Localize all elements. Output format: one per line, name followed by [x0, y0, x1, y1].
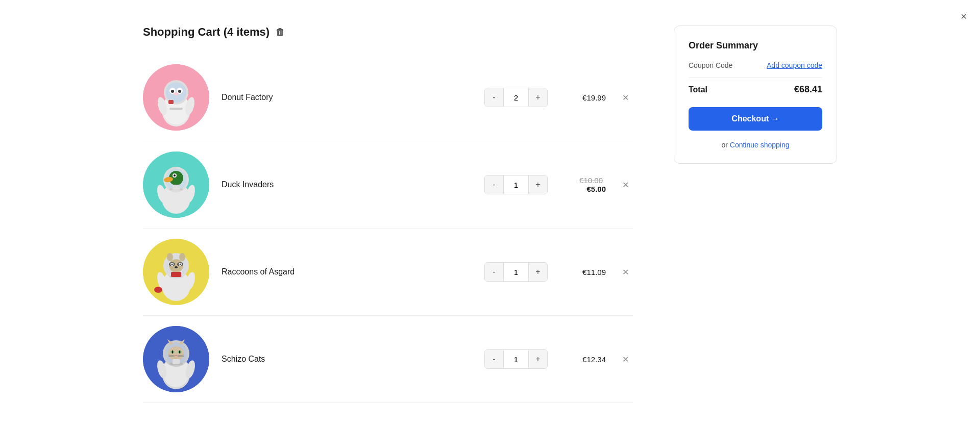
- item-price-schizo-cats: €12.34: [560, 355, 606, 364]
- coupon-label: Coupon Code: [689, 61, 732, 69]
- clear-cart-button[interactable]: 🗑: [276, 27, 285, 38]
- item-sale-price-duck-invaders: €5.00: [586, 185, 606, 193]
- total-label: Total: [689, 85, 707, 94]
- cart-item-raccoons-of-asgard: Raccoons of Asgard - + €11.09 ✕: [143, 229, 633, 316]
- svg-point-36: [180, 264, 181, 265]
- item-image-raccoons-of-asgard: [143, 239, 209, 305]
- svg-point-39: [179, 253, 185, 261]
- svg-point-56: [179, 350, 181, 354]
- qty-input-donut-factory[interactable]: [503, 88, 529, 107]
- continue-row: or Continue shopping: [689, 141, 822, 149]
- continue-shopping-link[interactable]: Continue shopping: [730, 141, 790, 149]
- svg-point-21: [174, 174, 176, 177]
- svg-point-44: [154, 287, 162, 293]
- cart-item-duck-invaders: Duck Invaders - + €10.00 €5.00 ✕: [143, 141, 633, 229]
- item-price-raccoons-of-asgard: €11.09: [560, 268, 606, 276]
- remove-raccoons-of-asgard[interactable]: ✕: [618, 265, 633, 279]
- svg-point-9: [174, 92, 179, 95]
- svg-point-35: [172, 264, 173, 265]
- cart-title: Shopping Cart (4 items) 🗑: [143, 26, 633, 39]
- cart-title-text: Shopping Cart (4 items): [143, 26, 270, 39]
- svg-point-7: [171, 90, 174, 93]
- qty-input-schizo-cats[interactable]: [503, 350, 529, 368]
- qty-increase-raccoons-of-asgard[interactable]: +: [529, 263, 547, 281]
- cart-item-donut-factory: Donut Factory - + €19.99 ✕: [143, 54, 633, 141]
- checkout-button[interactable]: Checkout →: [689, 107, 822, 131]
- item-name-duck-invaders: Duck Invaders: [222, 180, 472, 189]
- svg-point-37: [175, 266, 178, 268]
- close-icon: ×: [961, 11, 967, 22]
- svg-rect-23: [173, 185, 180, 190]
- qty-control-donut-factory: - +: [484, 88, 548, 107]
- qty-decrease-raccoons-of-asgard[interactable]: -: [485, 263, 503, 281]
- item-name-donut-factory: Donut Factory: [222, 93, 472, 102]
- qty-control-schizo-cats: - +: [484, 349, 548, 369]
- svg-point-55: [172, 350, 174, 354]
- item-price-duck-invaders: €10.00 €5.00: [560, 176, 606, 193]
- add-coupon-button[interactable]: Add coupon code: [767, 61, 822, 69]
- coupon-row: Coupon Code Add coupon code: [689, 61, 822, 69]
- main-container: Shopping Cart (4 items) 🗑: [0, 0, 980, 428]
- remove-donut-factory[interactable]: ✕: [618, 91, 633, 105]
- cart-section: Shopping Cart (4 items) 🗑: [143, 26, 633, 403]
- remove-schizo-cats[interactable]: ✕: [618, 353, 633, 366]
- order-summary-title: Order Summary: [689, 40, 822, 51]
- qty-control-duck-invaders: - +: [484, 175, 548, 194]
- total-amount: €68.41: [794, 84, 822, 95]
- qty-decrease-duck-invaders[interactable]: -: [485, 175, 503, 194]
- svg-rect-11: [169, 108, 183, 110]
- svg-rect-10: [168, 100, 174, 104]
- svg-point-38: [167, 253, 173, 261]
- item-image-duck-invaders: [143, 152, 209, 218]
- order-summary-panel: Order Summary Coupon Code Add coupon cod…: [674, 26, 837, 164]
- or-text: or: [721, 141, 727, 149]
- item-name-schizo-cats: Schizo Cats: [222, 355, 472, 364]
- item-image-donut-factory: [143, 64, 209, 131]
- total-row: Total €68.41: [689, 78, 822, 95]
- close-button[interactable]: ×: [955, 8, 972, 24]
- qty-increase-schizo-cats[interactable]: +: [529, 350, 547, 368]
- svg-point-8: [178, 90, 181, 93]
- svg-point-50: [168, 346, 184, 361]
- svg-rect-63: [173, 359, 180, 364]
- item-image-schizo-cats: [143, 326, 209, 392]
- qty-decrease-schizo-cats[interactable]: -: [485, 350, 503, 368]
- item-original-price-duck-invaders: €10.00: [579, 176, 603, 185]
- qty-decrease-donut-factory[interactable]: -: [485, 88, 503, 107]
- qty-control-raccoons-of-asgard: - +: [484, 262, 548, 282]
- qty-input-duck-invaders[interactable]: [503, 175, 529, 194]
- qty-increase-donut-factory[interactable]: +: [529, 88, 547, 107]
- item-price-donut-factory: €19.99: [560, 93, 606, 102]
- qty-input-raccoons-of-asgard[interactable]: [503, 263, 529, 281]
- qty-increase-duck-invaders[interactable]: +: [529, 175, 547, 194]
- cart-items-list: Donut Factory - + €19.99 ✕: [143, 54, 633, 403]
- item-name-raccoons-of-asgard: Raccoons of Asgard: [222, 267, 472, 276]
- remove-duck-invaders[interactable]: ✕: [618, 178, 633, 192]
- svg-rect-41: [171, 272, 181, 277]
- cart-item-schizo-cats: Schizo Cats - + €12.34 ✕: [143, 316, 633, 403]
